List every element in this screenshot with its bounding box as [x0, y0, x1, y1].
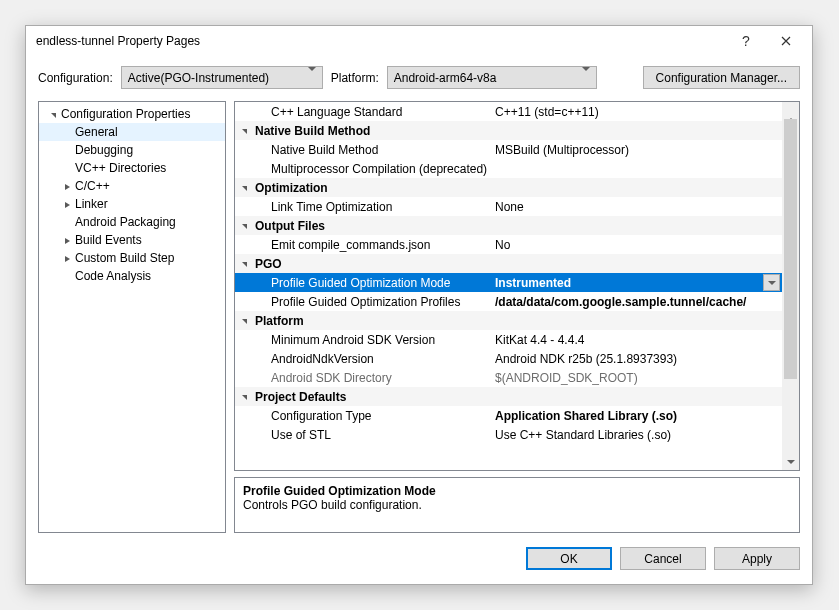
description-heading: Profile Guided Optimization Mode	[243, 484, 791, 498]
property-row[interactable]: Android SDK Directory$(ANDROID_SDK_ROOT)	[235, 368, 782, 387]
apply-button[interactable]: Apply	[714, 547, 800, 570]
group-toggle-icon[interactable]	[235, 315, 251, 326]
property-row[interactable]: Use of STLUse C++ Standard Libraries (.s…	[235, 425, 782, 444]
property-group[interactable]: Native Build Method	[235, 121, 782, 140]
property-row[interactable]: Emit compile_commands.jsonNo	[235, 235, 782, 254]
property-key: Optimization	[251, 181, 491, 195]
tree-item[interactable]: VC++ Directories	[39, 159, 225, 177]
property-key: Output Files	[251, 219, 491, 233]
property-key: Emit compile_commands.json	[251, 238, 491, 252]
group-toggle-icon[interactable]	[235, 125, 251, 136]
property-key: Profile Guided Optimization Mode	[251, 276, 491, 290]
platform-label: Platform:	[331, 71, 379, 85]
property-key: Native Build Method	[251, 143, 491, 157]
tree-item[interactable]: Build Events	[39, 231, 225, 249]
property-value[interactable]: KitKat 4.4 - 4.4.4	[491, 333, 782, 347]
property-grid[interactable]: C++ Language StandardC++11 (std=c++11)Na…	[234, 101, 800, 471]
property-row[interactable]: Link Time OptimizationNone	[235, 197, 782, 216]
property-row[interactable]: C++ Language StandardC++11 (std=c++11)	[235, 102, 782, 121]
property-key: Minimum Android SDK Version	[251, 333, 491, 347]
property-value[interactable]: Android NDK r25b (25.1.8937393)	[491, 352, 782, 366]
help-button[interactable]: ?	[726, 27, 766, 55]
expand-icon[interactable]	[61, 253, 73, 264]
property-value[interactable]: Use C++ Standard Libraries (.so)	[491, 428, 782, 442]
property-row[interactable]: AndroidNdkVersionAndroid NDK r25b (25.1.…	[235, 349, 782, 368]
property-value[interactable]: No	[491, 238, 782, 252]
platform-value: Android-arm64-v8a	[394, 71, 497, 85]
tree-item[interactable]: Debugging	[39, 141, 225, 159]
tree-item[interactable]: Android Packaging	[39, 213, 225, 231]
tree-item-label: Build Events	[73, 233, 142, 247]
property-value[interactable]: Instrumented	[491, 276, 763, 290]
cancel-button[interactable]: Cancel	[620, 547, 706, 570]
property-key: Native Build Method	[251, 124, 491, 138]
close-button[interactable]	[766, 27, 806, 55]
property-pages-dialog: endless-tunnel Property Pages ? Configur…	[25, 25, 813, 585]
right-pane: C++ Language StandardC++11 (std=c++11)Na…	[234, 101, 800, 533]
chevron-down-icon	[308, 71, 316, 85]
property-row[interactable]: Minimum Android SDK VersionKitKat 4.4 - …	[235, 330, 782, 349]
scroll-down-button[interactable]	[782, 453, 799, 470]
tree-item-label: Code Analysis	[73, 269, 151, 283]
property-row[interactable]: Multiprocessor Compilation (deprecated)	[235, 159, 782, 178]
property-row[interactable]: Native Build MethodMSBuild (Multiprocess…	[235, 140, 782, 159]
property-key: Project Defaults	[251, 390, 491, 404]
configuration-select[interactable]: Active(PGO-Instrumented)	[121, 66, 323, 89]
tree-item-label: Linker	[73, 197, 108, 211]
tree-item[interactable]: C/C++	[39, 177, 225, 195]
tree-item-label: General	[73, 125, 118, 139]
property-group[interactable]: Platform	[235, 311, 782, 330]
scroll-up-button[interactable]	[782, 102, 799, 119]
property-key: Configuration Type	[251, 409, 491, 423]
window-title: endless-tunnel Property Pages	[36, 34, 726, 48]
expand-icon[interactable]	[61, 199, 73, 210]
tree-root-label: Configuration Properties	[59, 107, 190, 121]
property-row[interactable]: Configuration TypeApplication Shared Lib…	[235, 406, 782, 425]
group-toggle-icon[interactable]	[235, 258, 251, 269]
group-toggle-icon[interactable]	[235, 220, 251, 231]
property-row[interactable]: Profile Guided Optimization Profiles/dat…	[235, 292, 782, 311]
property-key: Platform	[251, 314, 491, 328]
expand-icon[interactable]	[61, 235, 73, 246]
collapse-icon[interactable]	[47, 109, 59, 120]
tree-root[interactable]: Configuration Properties	[39, 105, 225, 123]
property-key: Link Time Optimization	[251, 200, 491, 214]
tree-item[interactable]: General	[39, 123, 225, 141]
property-value[interactable]: None	[491, 200, 782, 214]
property-row[interactable]: Profile Guided Optimization ModeInstrume…	[235, 273, 782, 292]
property-value[interactable]: /data/data/com.google.sample.tunnel/cach…	[491, 295, 782, 309]
configuration-value: Active(PGO-Instrumented)	[128, 71, 269, 85]
platform-select[interactable]: Android-arm64-v8a	[387, 66, 597, 89]
property-group[interactable]: Output Files	[235, 216, 782, 235]
dropdown-button[interactable]	[763, 274, 780, 291]
property-key: C++ Language Standard	[251, 105, 491, 119]
property-key: Use of STL	[251, 428, 491, 442]
description-panel: Profile Guided Optimization Mode Control…	[234, 477, 800, 533]
scrollbar-thumb[interactable]	[784, 119, 797, 379]
config-toolbar: Configuration: Active(PGO-Instrumented) …	[26, 56, 812, 101]
tree-item[interactable]: Linker	[39, 195, 225, 213]
tree-item-label: VC++ Directories	[73, 161, 166, 175]
tree-item-label: Debugging	[73, 143, 133, 157]
property-key: AndroidNdkVersion	[251, 352, 491, 366]
property-group[interactable]: PGO	[235, 254, 782, 273]
tree-item[interactable]: Custom Build Step	[39, 249, 225, 267]
property-key: PGO	[251, 257, 491, 271]
property-value[interactable]: Application Shared Library (.so)	[491, 409, 782, 423]
expand-icon[interactable]	[61, 181, 73, 192]
vertical-scrollbar[interactable]	[782, 102, 799, 470]
property-key: Multiprocessor Compilation (deprecated)	[251, 162, 491, 176]
category-tree[interactable]: Configuration Properties GeneralDebuggin…	[38, 101, 226, 533]
property-value[interactable]: $(ANDROID_SDK_ROOT)	[491, 371, 782, 385]
chevron-down-icon	[582, 71, 590, 85]
group-toggle-icon[interactable]	[235, 391, 251, 402]
property-group[interactable]: Project Defaults	[235, 387, 782, 406]
group-toggle-icon[interactable]	[235, 182, 251, 193]
dialog-footer: OK Cancel Apply	[26, 533, 812, 584]
property-value[interactable]: MSBuild (Multiprocessor)	[491, 143, 782, 157]
ok-button[interactable]: OK	[526, 547, 612, 570]
property-group[interactable]: Optimization	[235, 178, 782, 197]
property-value[interactable]: C++11 (std=c++11)	[491, 105, 782, 119]
configuration-manager-button[interactable]: Configuration Manager...	[643, 66, 800, 89]
tree-item[interactable]: Code Analysis	[39, 267, 225, 285]
